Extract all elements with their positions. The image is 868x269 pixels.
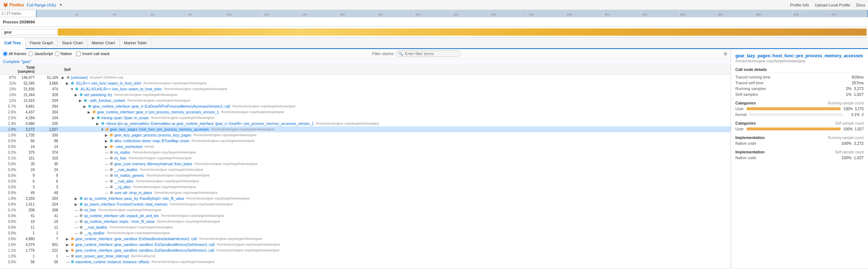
expand-arrow[interactable]: — (105, 174, 109, 178)
invert-call-stack-label[interactable]: Invert call stack (76, 51, 110, 56)
categories-self-header: Categories Self sample count (735, 121, 864, 126)
table-row[interactable]: 0.0% 24 24 — __rust_dealloc /home/ubuntu… (0, 167, 731, 172)
expand-arrow[interactable]: ▶ (75, 202, 79, 206)
expand-arrow[interactable]: — (75, 225, 79, 229)
table-row[interactable]: 0.0% 1 1 — __rg_dealloc /home/ubuntu/gea… (0, 230, 731, 236)
cat-name: User (735, 107, 744, 111)
tab-stack-chart[interactable]: Stack Chart (58, 37, 87, 48)
table-row[interactable]: 2.4% 4,080 205 ▶ <&mut dyn sp_externalit… (0, 121, 731, 126)
table-row[interactable]: 2.5% 4,184 104 ▶ tracing::span::Span::in… (0, 115, 731, 121)
table-row[interactable]: 0.0% 6 6 — __rust_alloc /home/ubuntu/gea… (0, 178, 731, 184)
docs-link[interactable]: Docs (856, 3, 865, 7)
expand-arrow[interactable]: ▶ (75, 197, 79, 201)
expand-arrow[interactable]: — (75, 214, 79, 218)
javascript-radio-input[interactable] (28, 51, 33, 56)
table-row[interactable]: 0.0% 9 9 — mi_malloc_generic /home/ubunt… (0, 172, 731, 178)
expand-arrow[interactable]: — (66, 254, 70, 258)
expand-arrow[interactable]: ▶ (66, 81, 70, 85)
invert-checkbox[interactable] (76, 51, 81, 56)
all-frames-radio-input[interactable] (3, 51, 8, 56)
table-row[interactable]: 13% 21,344 328 ▶ std::panicking::try /ho… (0, 92, 731, 98)
left-panel: All frames JavaScript Native Invert call… (0, 49, 731, 268)
table-row[interactable]: 0.1% 208 208 — mi_free /home/ubuntu/gear… (0, 207, 731, 213)
timeline-content[interactable]: 2s4s6s8s10s12s14s16s18s20s22s24s26s28s30… (36, 10, 868, 17)
table-row[interactable]: 0.0% 11 11 — __rust_dealloc /home/ubuntu… (0, 224, 731, 230)
table-row[interactable]: 0.1% 151 150 — mi_free /home/ubuntu/gear… (0, 155, 731, 161)
tab-marker-chart[interactable]: Marker Chart (88, 37, 120, 48)
table-row[interactable]: 1.9% 3,259 204 ▶ as sp_runtime_interface… (0, 196, 731, 201)
expand-arrow[interactable]: ▶ (105, 139, 109, 143)
all-frames-radio[interactable]: All frames (3, 51, 26, 56)
expand-arrow[interactable]: — (105, 151, 109, 154)
table-row[interactable]: 0.0% 41 41 — sp_runtime_interface::util:… (0, 213, 731, 219)
expand-arrow[interactable]: ▶ (105, 133, 109, 137)
row-n1: 11 (18, 225, 37, 229)
table-row[interactable]: 0.2% 375 374 — mi_malloc /home/ubuntu/ge… (0, 149, 731, 155)
table-row[interactable]: 13% 21,930 474 ▼ ,A1,A2,A3,A4),R>>::into… (0, 86, 731, 92)
impl-running-subhead: Running sample count (828, 136, 864, 140)
profile-info-link[interactable]: Profile Info (790, 3, 809, 7)
table-row[interactable]: 2.6% 4,437 204 ▶ gear_runtime_interface:… (0, 109, 731, 115)
gear-input[interactable] (1, 29, 56, 35)
table-row[interactable]: 1.9% 3,272 1,027 ▼ gear_lazy_pages::host… (0, 126, 731, 132)
table-row[interactable]: 1.0% 1 1 — asm_sysvec_apic_timer_interru… (0, 253, 731, 259)
javascript-radio[interactable]: JavaScript (28, 51, 53, 56)
table-row[interactable]: 0.8% 1,411 324 ▶ sp_wasm_interface::Func… (0, 201, 731, 207)
expand-arrow[interactable]: — (75, 220, 79, 224)
expand-arrow[interactable]: — (75, 208, 79, 212)
expand-arrow[interactable]: ▶ (79, 99, 83, 103)
complete-gear-link[interactable]: Complete "gear" (0, 59, 731, 65)
running-samples-label: Running samples (735, 86, 766, 91)
expand-arrow[interactable]: ▶ (62, 76, 66, 80)
table-row[interactable]: 0.0% 56 56 — wasmtime_runtime::instance:… (0, 259, 731, 265)
expand-arrow[interactable]: — (105, 156, 109, 160)
expand-arrow[interactable]: — (105, 185, 109, 189)
expand-arrow[interactable]: ▶ (105, 145, 109, 149)
expand-arrow[interactable]: ▶ (66, 237, 70, 241)
table-row[interactable]: 5.7% 9,681 294 ▶ gear_runtime_interface:… (0, 103, 731, 109)
table-row[interactable]: 0.0% 19 19 — sp_runtime_interface::impls… (0, 219, 731, 224)
tab-marker-table[interactable]: Marker Table (120, 37, 151, 48)
tab-flame-graph[interactable]: Flame Graph (26, 37, 58, 48)
expand-arrow[interactable]: ▶ (88, 110, 92, 114)
table-row[interactable]: 87% 146,477 51,169 ▶ [unknown] /tmp/perf… (0, 75, 731, 80)
expand-arrow[interactable]: ▶ (75, 93, 79, 97)
tab-marker-table-label: Marker Table (124, 41, 147, 45)
table-row[interactable]: 1.0% 1,735 330 ▶ gear_lazy_pages::proces… (0, 132, 731, 138)
expand-arrow[interactable]: ▼ (101, 127, 105, 131)
table-row[interactable]: 3.0% 4,980 7 ▶ gear_runtime_interface::g… (0, 236, 731, 242)
table-row[interactable]: 0.0% 14 14 ▶ ::new_unchecked inlined (0, 144, 731, 149)
table-row[interactable]: 0.0% 84 88 ▶ alloc::collections::btree::… (0, 138, 731, 144)
chevron-down-icon[interactable]: ▼ (59, 3, 63, 7)
expand-arrow[interactable]: — (105, 191, 109, 195)
tab-call-tree[interactable]: Call Tree (0, 37, 26, 49)
native-radio[interactable]: Native (55, 51, 72, 56)
func-name: gear_runtime_interface::gear_sandbox::sa… (75, 243, 214, 247)
row-n2: 24 (37, 168, 61, 172)
expand-arrow[interactable]: — (75, 231, 79, 235)
expand-panel-button[interactable]: ⊞ (723, 51, 728, 57)
table-row[interactable]: 0.0% 3 3 — __rg_alloc /home/ubuntu/gear-… (0, 184, 731, 190)
timeline-ruler: 2 / 27 tracks 2s4s6s8s10s12s14s16s18s20s… (0, 10, 868, 17)
expand-arrow[interactable]: ▶ (66, 243, 70, 247)
expand-arrow[interactable]: ▼ (70, 87, 75, 91)
expand-arrow[interactable]: — (105, 168, 109, 172)
native-radio-input[interactable] (55, 51, 59, 56)
expand-arrow[interactable]: ▶ (83, 104, 88, 108)
full-range-button[interactable]: Full Range (43s) (27, 3, 56, 7)
table-row[interactable]: 1.1% 1,776 222 ▶ gear_runtime_interface:… (0, 247, 731, 253)
table-row[interactable]: 2.6% 4,374 501 ▶ gear_runtime_interface:… (0, 242, 731, 247)
table-row[interactable]: 0.0% 49 49 — core::ptr::drop_in_place /h… (0, 190, 731, 196)
table-content[interactable]: 87% 146,477 51,169 ▶ [unknown] /tmp/perf… (0, 75, 731, 268)
table-row[interactable]: 0.0% 35 35 — gear_core::memory::MemoryIn… (0, 161, 731, 167)
table-row[interactable]: 31% 52,345 3,685 ▶ ,A1),R>>::into_func::… (0, 80, 731, 86)
table-row[interactable]: 12% 21,015 204 ▶ ::with_function_context… (0, 98, 731, 103)
filter-input[interactable] (396, 50, 461, 57)
expand-arrow[interactable]: — (105, 179, 109, 183)
expand-arrow[interactable]: ▶ (66, 248, 70, 252)
expand-arrow[interactable]: ▶ (92, 116, 96, 120)
expand-arrow[interactable]: — (105, 162, 109, 166)
expand-arrow[interactable]: ▶ (96, 122, 101, 126)
expand-arrow[interactable]: — (66, 260, 70, 264)
upload-local-profile-link[interactable]: Upload Local Profile (815, 3, 850, 7)
